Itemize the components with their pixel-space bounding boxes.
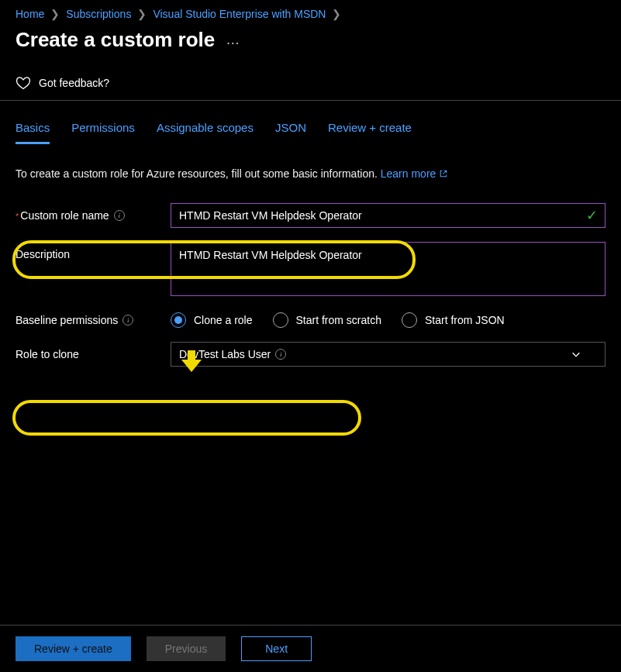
info-icon[interactable]: i [275, 349, 286, 360]
page-title: Create a custom role [16, 28, 215, 52]
label-baseline-permissions: Baseline permissions i [16, 314, 171, 326]
external-link-icon [439, 169, 448, 178]
intro-text: To create a custom role for Azure resour… [16, 167, 378, 180]
chevron-down-icon [571, 349, 581, 360]
footer-bar: Review + create Previous Next [0, 625, 621, 672]
tab-review-create[interactable]: Review + create [328, 121, 412, 144]
label-custom-role-name: *Custom role name i [16, 203, 171, 222]
checkmark-icon: ✓ [586, 207, 598, 224]
chevron-right-icon: ❯ [332, 8, 341, 20]
learn-more-link[interactable]: Learn more [381, 167, 448, 180]
breadcrumb-home[interactable]: Home [16, 8, 44, 20]
form-area: *Custom role name i ✓ Description HTMD R… [0, 188, 621, 367]
radio-label: Start from scratch [296, 314, 381, 326]
row-custom-role-name: *Custom role name i ✓ [16, 203, 605, 228]
radio-label: Start from JSON [425, 314, 505, 326]
breadcrumb: Home ❯ Subscriptions ❯ Visual Studio Ent… [0, 0, 621, 25]
info-icon[interactable]: i [122, 315, 133, 326]
annotation-highlight [12, 400, 361, 436]
heart-icon [16, 75, 31, 91]
label-role-to-clone: Role to clone [16, 348, 171, 360]
previous-button: Previous [147, 636, 226, 661]
tab-json[interactable]: JSON [275, 121, 306, 144]
info-icon[interactable]: i [114, 210, 125, 221]
more-actions-button[interactable]: … [226, 32, 241, 48]
radio-label: Clone a role [194, 314, 253, 326]
radio-icon [402, 312, 417, 328]
radio-icon [273, 312, 288, 328]
tabs: Basics Permissions Assignable scopes JSO… [0, 101, 621, 144]
radio-icon [171, 312, 186, 328]
title-row: Create a custom role … [0, 25, 621, 67]
row-description: Description HTMD Restart VM Helpdesk Ope… [16, 242, 605, 298]
select-value: DevTest Labs User [179, 348, 271, 360]
feedback-text: Got feedback? [39, 77, 109, 89]
row-baseline-permissions: Baseline permissions i Clone a role Star… [16, 312, 605, 328]
review-create-button[interactable]: Review + create [16, 636, 131, 661]
breadcrumb-subscriptions[interactable]: Subscriptions [66, 8, 131, 20]
description-input[interactable]: HTMD Restart VM Helpdesk Operator [171, 242, 605, 296]
row-role-to-clone: Role to clone DevTest Labs User i [16, 342, 605, 367]
tab-permissions[interactable]: Permissions [71, 121, 135, 144]
chevron-right-icon: ❯ [50, 8, 60, 20]
radio-start-from-scratch[interactable]: Start from scratch [273, 312, 381, 328]
required-indicator: * [16, 212, 19, 221]
tab-assignable-scopes[interactable]: Assignable scopes [157, 121, 254, 144]
custom-role-name-input[interactable] [171, 203, 605, 228]
chevron-right-icon: ❯ [137, 8, 147, 20]
label-description: Description [16, 242, 171, 260]
intro-text-row: To create a custom role for Azure resour… [0, 144, 621, 188]
radio-start-from-json[interactable]: Start from JSON [402, 312, 505, 328]
breadcrumb-subscription-name[interactable]: Visual Studio Enterprise with MSDN [153, 8, 326, 20]
tab-basics[interactable]: Basics [16, 121, 50, 144]
feedback-bar[interactable]: Got feedback? [0, 67, 621, 101]
radio-clone-a-role[interactable]: Clone a role [171, 312, 253, 328]
role-to-clone-select[interactable]: DevTest Labs User i [171, 342, 605, 367]
next-button[interactable]: Next [241, 636, 312, 661]
